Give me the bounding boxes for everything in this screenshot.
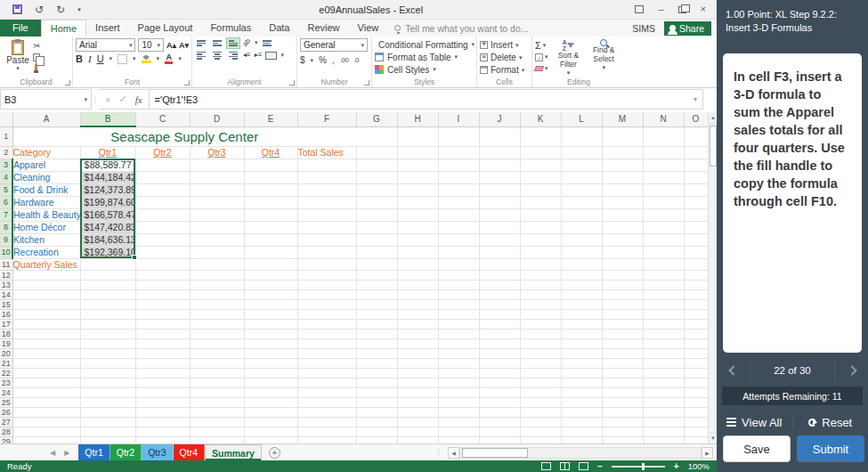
cell[interactable] — [12, 427, 80, 436]
cell[interactable] — [80, 407, 135, 417]
cell[interactable] — [356, 338, 397, 348]
cell[interactable] — [479, 397, 520, 407]
cell[interactable] — [520, 299, 561, 309]
cell[interactable] — [643, 407, 684, 417]
row-header-20[interactable]: 20 — [0, 348, 12, 358]
cell[interactable]: $144,184.42 — [80, 171, 135, 183]
cell[interactable] — [684, 171, 708, 183]
cell[interactable] — [190, 329, 244, 338]
spreadsheet-grid[interactable]: ABCDEFGHIJKLMNO1Seascape Supply Center2C… — [0, 112, 708, 444]
row-header-3[interactable]: 3 — [0, 159, 12, 171]
cell[interactable] — [397, 171, 438, 183]
cell[interactable] — [356, 280, 397, 289]
cell[interactable] — [244, 329, 297, 338]
underline-button[interactable]: U — [97, 53, 104, 64]
cell[interactable] — [356, 246, 397, 258]
cell[interactable] — [438, 368, 479, 378]
cell[interactable] — [561, 208, 602, 221]
tab-review[interactable]: Review — [298, 20, 348, 37]
cell[interactable] — [479, 309, 520, 319]
minimize-icon[interactable]: – — [658, 4, 663, 14]
cell[interactable] — [479, 299, 520, 309]
cell[interactable] — [297, 233, 356, 246]
cell[interactable] — [12, 309, 80, 319]
row-header-24[interactable]: 24 — [0, 387, 12, 397]
sheet-tab-summary[interactable]: Summary — [205, 444, 262, 460]
cell[interactable] — [135, 407, 190, 417]
cell[interactable] — [643, 289, 684, 299]
cell[interactable] — [561, 126, 602, 146]
cell[interactable] — [190, 378, 244, 387]
cell[interactable] — [602, 289, 643, 299]
cell[interactable] — [244, 289, 297, 299]
enter-icon[interactable]: ✓ — [118, 94, 126, 105]
tab-data[interactable]: Data — [260, 20, 298, 37]
cell[interactable] — [602, 338, 643, 348]
conditional-formatting-button[interactable]: Conditional Formatting▾ — [375, 38, 474, 51]
cell[interactable] — [561, 196, 602, 208]
zoom-level[interactable]: 100% — [688, 461, 710, 471]
cell[interactable] — [190, 258, 244, 270]
cell[interactable] — [190, 368, 244, 378]
cell[interactable] — [643, 196, 684, 208]
cell[interactable] — [561, 348, 602, 358]
cell[interactable] — [602, 378, 643, 387]
cell[interactable] — [438, 378, 479, 387]
cell[interactable] — [438, 348, 479, 358]
cell[interactable] — [297, 407, 356, 417]
cell[interactable] — [297, 159, 356, 171]
cell[interactable] — [297, 289, 356, 299]
cell[interactable] — [80, 270, 135, 280]
close-icon[interactable]: × — [701, 4, 706, 14]
cell[interactable] — [520, 407, 561, 417]
tell-me-box[interactable]: Tell me what you want to do... — [394, 20, 528, 37]
cell[interactable]: $184,636.13 — [80, 233, 135, 246]
cell[interactable] — [297, 387, 356, 397]
cell[interactable] — [190, 280, 244, 289]
cell[interactable] — [135, 417, 190, 427]
cell[interactable] — [684, 183, 708, 196]
expand-formula-bar-icon[interactable]: ▾ — [694, 95, 697, 103]
cell[interactable] — [356, 289, 397, 299]
cell[interactable] — [684, 348, 708, 358]
cell[interactable] — [643, 417, 684, 427]
cell[interactable] — [80, 299, 135, 309]
restore-icon[interactable] — [678, 6, 686, 13]
cell[interactable] — [12, 397, 80, 407]
sheet-tab-qtr2[interactable]: Qtr2 — [110, 444, 142, 460]
cell[interactable] — [244, 338, 297, 348]
cell[interactable] — [479, 280, 520, 289]
cell[interactable] — [80, 258, 135, 270]
cell[interactable] — [479, 436, 520, 444]
increase-decimal-icon[interactable]: .00 — [340, 56, 349, 64]
cell[interactable] — [438, 246, 479, 258]
cell[interactable] — [602, 427, 643, 436]
cell[interactable] — [356, 368, 397, 378]
cell[interactable] — [135, 397, 190, 407]
cell[interactable] — [190, 397, 244, 407]
tab-insert[interactable]: Insert — [86, 20, 129, 37]
cell[interactable] — [297, 329, 356, 338]
cell[interactable] — [356, 183, 397, 196]
cell[interactable] — [602, 407, 643, 417]
cell[interactable] — [397, 387, 438, 397]
cell[interactable] — [438, 183, 479, 196]
sheet-tab-qtr3[interactable]: Qtr3 — [142, 444, 173, 460]
cell[interactable] — [643, 436, 684, 444]
cell[interactable] — [479, 196, 520, 208]
cell[interactable] — [479, 417, 520, 427]
cell[interactable] — [397, 329, 438, 338]
clipboard-dialog-launcher-icon[interactable] — [65, 80, 70, 85]
cell[interactable] — [397, 208, 438, 221]
delete-cells-button[interactable]: Delete▾ — [480, 52, 524, 63]
cell[interactable] — [297, 221, 356, 233]
row-header-28[interactable]: 28 — [0, 427, 12, 436]
cell[interactable] — [479, 221, 520, 233]
cell[interactable] — [561, 289, 602, 299]
new-sheet-button[interactable]: + — [269, 447, 280, 459]
cell[interactable] — [643, 146, 684, 159]
increase-indent-icon[interactable]: ▸≡ — [255, 52, 263, 60]
zoom-in-icon[interactable]: + — [674, 461, 679, 471]
cell[interactable] — [520, 417, 561, 427]
cell[interactable] — [244, 368, 297, 378]
